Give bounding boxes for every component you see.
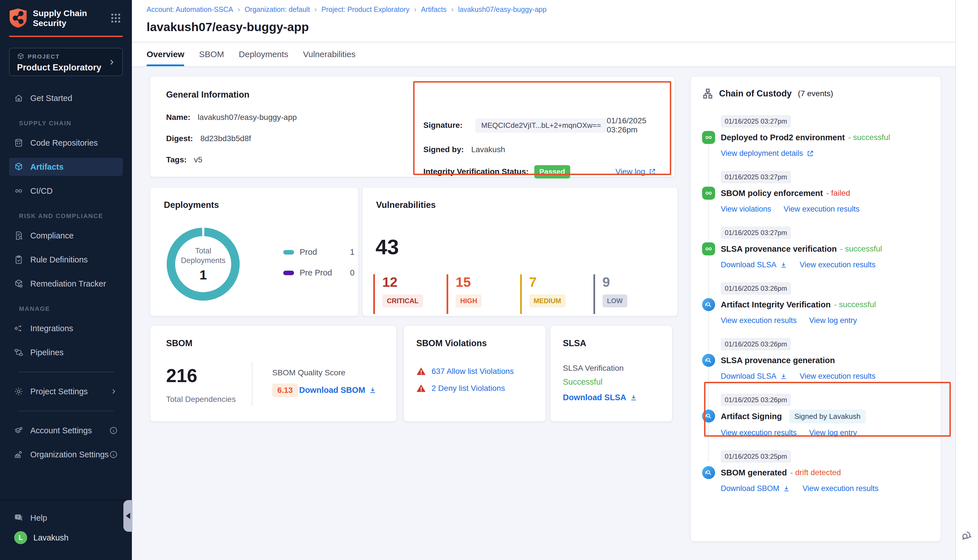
slsa-card: SLSA SLSA Verification Successful Downlo… — [550, 325, 673, 422]
breadcrumb-organization[interactable]: Organization: default — [245, 5, 310, 13]
layers-gear-icon — [14, 426, 23, 435]
event-title: SBOM generated — [721, 468, 787, 477]
project-eyebrow-label: PROJECT — [28, 53, 60, 60]
warning-icon — [416, 367, 426, 376]
card-title: SLSA — [563, 338, 660, 348]
legend-item-preprod: Pre Prod 0 — [283, 268, 355, 277]
download-slsa-link[interactable]: Download SLSA — [721, 260, 787, 269]
sidebar-item-organization-settings[interactable]: Organization Settings — [9, 445, 123, 463]
view-execution-results-link[interactable]: View execution results — [800, 260, 876, 269]
project-selector[interactable]: PROJECT Product Exploratory — [9, 48, 123, 76]
general-information-card: General Information Name: lavakush07/eas… — [150, 77, 675, 177]
severity-badge: LOW — [602, 295, 628, 307]
app-logo-row: Supply Chain Security — [0, 0, 132, 28]
info-icon — [109, 426, 118, 435]
signature-section: Signature: MEQCICde2VjIT...bL+2+mqnOXw==… — [423, 116, 656, 187]
view-deployment-details-link[interactable]: View deployment details — [721, 149, 814, 158]
code-repo-icon — [14, 138, 23, 147]
download-sbom-link[interactable]: Download SBOM — [721, 484, 790, 493]
signature-value: MEQCICde2VjIT...bL+2+mqnOXw== — [476, 118, 606, 133]
donut-center-label: Total Deployments — [181, 246, 225, 265]
sbom-quality-score: 6.13 — [272, 383, 298, 397]
tab-bar: Overview SBOM Deployments Vulnerabilitie… — [132, 42, 955, 66]
breadcrumb-separator: › — [451, 5, 454, 14]
breadcrumb-project[interactable]: Project: Product Exploratory — [322, 5, 409, 13]
view-execution-results-link[interactable]: View execution results — [784, 205, 860, 213]
hierarchy-icon — [702, 88, 713, 99]
download-icon — [783, 485, 790, 492]
signature-date: 01/16/2025 03:26pm — [607, 116, 656, 134]
tab-vulnerabilities[interactable]: Vulnerabilities — [303, 42, 356, 66]
info-icon — [109, 450, 118, 459]
feedback-chat-icon[interactable] — [960, 529, 974, 542]
sidebar: Supply Chain Security PROJECT Product Ex… — [0, 0, 132, 560]
user-menu[interactable]: L Lavakush — [9, 528, 123, 547]
timeline-event-artifact-signing: 01/16/2025 03:26pm Artifact Signing Sign… — [702, 394, 930, 437]
tab-deployments[interactable]: Deployments — [239, 42, 289, 66]
external-link-icon — [649, 168, 656, 175]
view-violations-link[interactable]: View violations — [721, 205, 771, 213]
view-log-entry-link[interactable]: View log entry — [809, 428, 857, 437]
pipelines-icon — [14, 348, 23, 357]
deployments-donut-chart: Total Deployments 1 — [167, 228, 240, 301]
signed-by-badge: Signed by Lavakush — [789, 410, 866, 423]
breadcrumb-current[interactable]: lavakush07/easy-buggy-app — [458, 5, 547, 13]
tab-sbom[interactable]: SBOM — [199, 42, 224, 66]
sidebar-item-remediation-tracker[interactable]: Remediation Tracker — [9, 275, 123, 293]
sidebar-item-label: Account Settings — [30, 426, 92, 435]
timeline-event-deployed-prod2: 01/16/2025 03:27pm Deployed to Prod2 env… — [702, 115, 930, 158]
sidebar-item-get-started[interactable]: Get Started — [9, 89, 123, 107]
sidebar-item-project-settings[interactable]: Project Settings — [9, 382, 123, 400]
severity-badge: HIGH — [456, 295, 482, 307]
download-slsa-link[interactable]: Download SLSA — [563, 393, 638, 402]
sidebar-item-compliance[interactable]: Compliance — [9, 227, 123, 245]
view-log-link[interactable]: View log — [616, 167, 656, 176]
infinity-icon — [14, 186, 23, 196]
view-execution-results-link[interactable]: View execution results — [800, 372, 876, 381]
event-timestamp: 01/16/2025 03:27pm — [721, 227, 791, 239]
event-timeline: 01/16/2025 03:27pm Deployed to Prod2 env… — [702, 115, 930, 493]
breadcrumb-artifacts[interactable]: Artifacts — [421, 5, 447, 13]
warning-icon — [416, 383, 426, 393]
timeline-event-artifact-integrity: 01/16/2025 03:26pm Artifact Integrity Ve… — [702, 282, 930, 325]
page-title: lavakush07/easy-buggy-app — [132, 14, 955, 34]
event-status: - successful — [840, 244, 882, 253]
sidebar-item-help[interactable]: ? Help — [9, 509, 123, 527]
view-execution-results-link[interactable]: View execution results — [803, 484, 878, 493]
deployments-card: Deployments Total Deployments 1 — [150, 187, 359, 316]
allow-list-violations-link[interactable]: 637 Allow list Violations — [432, 367, 514, 376]
sidebar-item-cicd[interactable]: CI/CD — [9, 182, 123, 200]
download-sbom-link[interactable]: Download SBOM — [299, 385, 377, 395]
view-log-entry-link[interactable]: View log entry — [809, 316, 857, 325]
event-timestamp: 01/16/2025 03:27pm — [721, 115, 791, 128]
org-gear-icon — [14, 450, 23, 459]
pipeline-event-icon — [702, 131, 715, 144]
sidebar-item-pipelines[interactable]: Pipelines — [9, 343, 123, 362]
breadcrumb-account[interactable]: Account: Automation-SSCA — [147, 5, 233, 13]
chain-of-custody-card: Chain of Custody (7 events) 01/16/2025 0… — [691, 77, 941, 542]
sidebar-item-integrations[interactable]: Integrations — [9, 319, 123, 337]
sidebar-item-artifacts[interactable]: Artifacts — [9, 158, 123, 176]
sidebar-item-account-settings[interactable]: Account Settings — [9, 422, 123, 440]
view-execution-results-link[interactable]: View execution results — [721, 428, 797, 437]
sidebar-item-rule-definitions[interactable]: Rule Definitions — [9, 251, 123, 269]
card-title: Vulnerabilities — [376, 200, 667, 210]
event-status: - successful — [834, 300, 876, 309]
sidebar-collapse-handle[interactable] — [124, 500, 132, 532]
clipboard-check-icon — [14, 255, 23, 264]
sidebar-item-code-repositories[interactable]: Code Repositories — [9, 134, 123, 152]
tab-overview[interactable]: Overview — [147, 42, 184, 66]
vulnerabilities-card: Vulnerabilities 43 12 CRITICAL 15 HIGH 7… — [362, 187, 678, 316]
sidebar-item-label: CI/CD — [30, 187, 53, 196]
app-switcher-grid-icon[interactable] — [110, 12, 122, 24]
download-slsa-link[interactable]: Download SLSA — [721, 372, 787, 381]
chain-title: Chain of Custody — [719, 88, 792, 99]
view-execution-results-link[interactable]: View execution results — [721, 316, 797, 325]
sbom-card: SBOM 216 Total Dependencies SBOM Quality… — [150, 325, 397, 422]
event-title: Artifact Signing — [721, 412, 782, 421]
deny-list-violations-link[interactable]: 2 Deny list Violations — [432, 384, 505, 393]
sidebar-item-label: Organization Settings — [30, 450, 108, 459]
pipeline-event-icon — [702, 242, 715, 255]
card-title: SBOM — [166, 338, 381, 348]
app-logo-shield-icon — [9, 8, 27, 28]
